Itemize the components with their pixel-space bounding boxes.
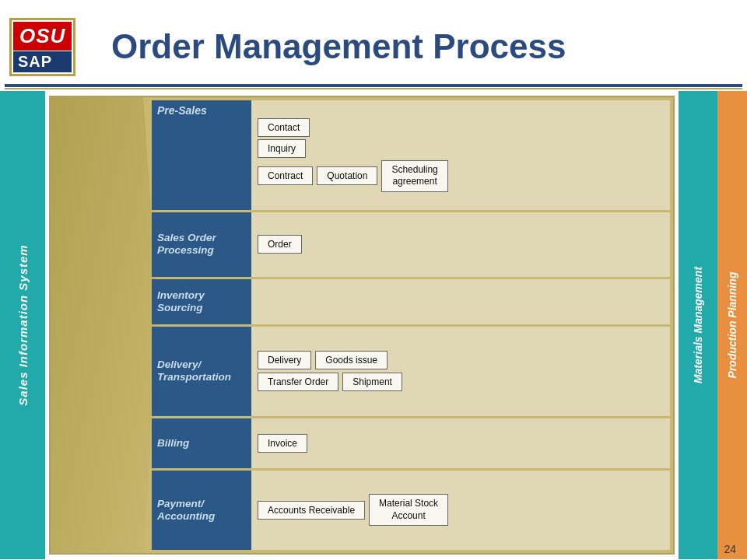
left-sidebar-label: Sales Information System bbox=[16, 244, 30, 405]
left-sidebar: Sales Information System bbox=[0, 91, 45, 559]
inquiry-box[interactable]: Inquiry bbox=[258, 139, 306, 158]
production-planning-label: Production Planning bbox=[726, 272, 738, 379]
logo-osu: OSU bbox=[13, 22, 72, 51]
transfer-order-box[interactable]: Transfer Order bbox=[258, 373, 338, 391]
delivery-box[interactable]: Delivery bbox=[258, 351, 311, 369]
right-sidebar-materials: Materials Management bbox=[679, 91, 717, 559]
inventory-sourcing-label: Inventory Sourcing bbox=[152, 279, 251, 324]
pre-sales-section: Pre-Sales Contact Inquiry Contract Quota… bbox=[152, 100, 670, 210]
quotation-box[interactable]: Quotation bbox=[317, 166, 377, 185]
accounts-receivable-box[interactable]: Accounts Receivable bbox=[258, 501, 365, 520]
order-box[interactable]: Order bbox=[258, 235, 302, 254]
invoice-box[interactable]: Invoice bbox=[258, 434, 307, 453]
material-stock-account-box[interactable]: Material StockAccount bbox=[369, 494, 448, 526]
sales-order-label: Sales OrderProcessing bbox=[152, 212, 251, 277]
delivery-label: Delivery/Transportation bbox=[152, 327, 251, 416]
payment-section: Payment/Accounting Accounts Receivable M… bbox=[152, 471, 670, 550]
delivery-section: Delivery/Transportation Delivery Goods i… bbox=[152, 327, 670, 416]
process-arrow bbox=[51, 97, 160, 553]
shipment-box[interactable]: Shipment bbox=[342, 373, 402, 391]
billing-label: Billing bbox=[152, 418, 251, 468]
scheduling-agreement-box[interactable]: Schedulingagreement bbox=[381, 160, 447, 192]
right-sidebars: Materials Management Production Planning bbox=[679, 91, 747, 559]
page-title: Order Management Process bbox=[111, 28, 566, 65]
contract-box[interactable]: Contract bbox=[258, 166, 313, 185]
goods-issue-box[interactable]: Goods issue bbox=[315, 351, 388, 369]
pre-sales-label: Pre-Sales bbox=[152, 100, 251, 210]
logo-sap: SAP bbox=[13, 51, 72, 72]
logo-area: OSU SAP bbox=[9, 18, 99, 76]
materials-management-label: Materials Management bbox=[692, 267, 704, 383]
contact-box[interactable]: Contact bbox=[258, 118, 310, 137]
billing-section: Billing Invoice bbox=[152, 418, 670, 468]
page-number: 24 bbox=[724, 543, 736, 555]
sales-order-section: Sales OrderProcessing Order bbox=[152, 212, 670, 277]
right-sidebar-production: Production Planning bbox=[717, 91, 747, 559]
inventory-sourcing-section: Inventory Sourcing bbox=[152, 279, 670, 324]
payment-label: Payment/Accounting bbox=[152, 471, 251, 550]
